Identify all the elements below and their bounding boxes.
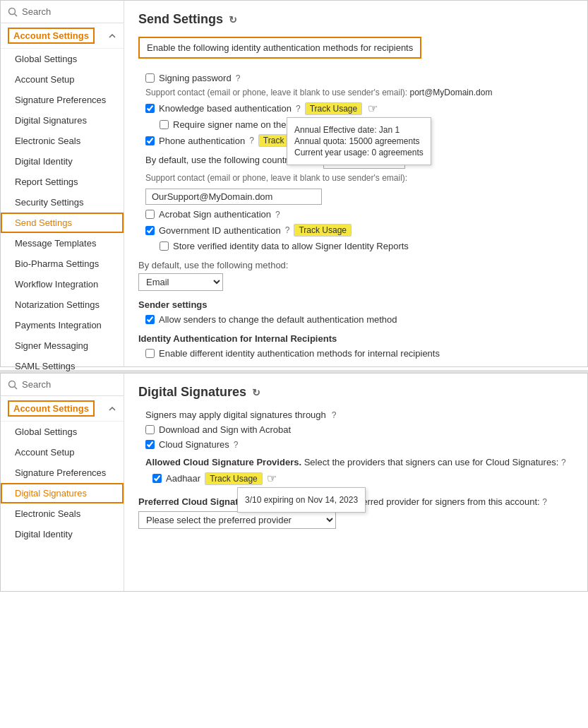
allow-senders-row: Allow senders to change the default auth…	[145, 314, 573, 325]
cloud-signatures-row: Cloud Signatures ?	[145, 439, 573, 450]
enable-diff-checkbox[interactable]	[145, 349, 155, 358]
gov-id-checkbox[interactable]	[145, 226, 155, 235]
sender-settings-label: Sender settings	[138, 299, 573, 310]
account-settings-label-2: Account Settings	[8, 400, 95, 417]
cloud-signatures-label: Cloud Signatures	[159, 439, 229, 450]
svg-point-2	[9, 381, 16, 387]
store-verified-row: Store verified identity data to allow Si…	[160, 241, 573, 251]
send-settings-main: Send Settings ↻ Enable the following ide…	[124, 1, 587, 366]
aadhaar-row: Aadhaar Track Usage ☞ 3/10 expiring on N…	[152, 472, 573, 485]
sidebar-item-signer-messaging[interactable]: Signer Messaging	[1, 335, 124, 356]
signing-password-help-icon[interactable]: ?	[236, 73, 241, 83]
sidebar-item-digital-signatures[interactable]: Digital Signatures	[1, 110, 124, 131]
aadhaar-track-usage-button[interactable]: Track Usage	[205, 472, 263, 485]
support-contact-label: Support contact (email or phone, leave i…	[145, 173, 407, 183]
support-text-1: Support contact (email or phone, leave i…	[145, 88, 573, 97]
allow-senders-checkbox[interactable]	[145, 315, 155, 324]
sidebar-item-workflow-integration[interactable]: Workflow Integration	[1, 274, 124, 294]
sidebar-item-account-setup[interactable]: Account Setup	[1, 69, 124, 90]
cursor-hand-icon: ☞	[368, 102, 378, 115]
signers-help-icon[interactable]: ?	[332, 410, 337, 420]
signing-password-label: Signing password	[159, 73, 232, 83]
digital-signatures-sidebar: Search Account Settings Global Settings …	[1, 374, 124, 591]
kba-tooltip: Annual Effective date: Jan 1 Annual quot…	[287, 117, 431, 165]
search-bar-top[interactable]: Search	[1, 1, 124, 23]
gov-id-track-usage-button[interactable]: Track Usage	[294, 224, 352, 237]
sidebar-item-notarization-settings[interactable]: Notarization Settings	[1, 294, 124, 315]
preferred-provider-select[interactable]: Please select the preferred provider	[138, 511, 336, 529]
sidebar-item-global-settings[interactable]: Global Settings	[1, 49, 124, 69]
phone-auth-checkbox[interactable]	[145, 136, 155, 145]
allow-senders-label: Allow senders to change the default auth…	[159, 314, 397, 325]
preferred-cloud-help-icon[interactable]: ?	[542, 497, 547, 507]
aadhaar-tooltip: 3/10 expiring on Nov 14, 2023	[237, 487, 366, 513]
allowed-cloud-help-icon[interactable]: ?	[561, 458, 566, 467]
account-settings-section-2: Account Settings	[1, 396, 124, 422]
kba-help-icon[interactable]: ?	[296, 104, 301, 114]
sidebar-item-signature-preferences-2[interactable]: Signature Preferences	[1, 463, 124, 483]
support-email-input[interactable]	[145, 189, 322, 205]
refresh-icon[interactable]: ↻	[229, 14, 237, 25]
sidebar-item-digital-identity[interactable]: Digital Identity	[1, 151, 124, 172]
aadhaar-badge-text: 3/10 expiring on Nov 14, 2023	[245, 495, 358, 505]
account-settings-label: Account Settings	[8, 28, 95, 44]
sidebar-item-global-settings-2[interactable]: Global Settings	[1, 422, 124, 442]
account-settings-section: Account Settings	[1, 23, 124, 49]
gov-id-help-icon[interactable]: ?	[285, 225, 290, 235]
search-label-2: Search	[22, 379, 51, 390]
search-icon-2	[8, 380, 18, 390]
sidebar-item-electronic-seals[interactable]: Electronic Seals	[1, 131, 124, 151]
default-method-select[interactable]: Email	[138, 273, 223, 291]
download-sign-checkbox[interactable]	[145, 425, 155, 434]
signers-apply-row: Signers may apply digital signatures thr…	[145, 410, 573, 420]
search-icon	[8, 7, 18, 17]
tooltip-current-year: Current year usage: 0 agreements	[294, 148, 424, 157]
allowed-cloud-sub: Select the providers that signers can us…	[304, 457, 559, 467]
search-label: Search	[22, 6, 51, 17]
identity-internal-label: Identity Authentication for Internal Rec…	[138, 333, 573, 344]
store-verified-checkbox[interactable]	[160, 241, 169, 251]
digital-signatures-main: Digital Signatures ↻ Signers may apply d…	[124, 374, 587, 591]
section1-header: Enable the following identity authentica…	[138, 37, 421, 59]
sidebar-item-report-settings[interactable]: Report Settings	[1, 172, 124, 192]
download-sign-label: Download and Sign with Acrobat	[159, 424, 291, 435]
allowed-cloud-header: Allowed Cloud Signature Providers. Selec…	[145, 457, 573, 467]
sidebar-item-security-settings[interactable]: Security Settings	[1, 192, 124, 213]
require-signer-checkbox[interactable]	[160, 120, 169, 129]
default-method-section: By default, use the following method: Em…	[138, 260, 573, 291]
page-title-send-settings: Send Settings ↻	[138, 12, 573, 27]
signing-password-checkbox[interactable]	[145, 73, 155, 83]
kba-label: Knowledge based authentication	[159, 103, 292, 114]
sidebar-item-message-templates[interactable]: Message Templates	[1, 233, 124, 253]
aadhaar-checkbox[interactable]	[152, 474, 162, 483]
default-method-label: By default, use the following method:	[138, 260, 573, 270]
sidebar-item-account-setup-2[interactable]: Account Setup	[1, 442, 124, 463]
sidebar-item-digital-signatures-2[interactable]: Digital Signatures	[1, 483, 124, 503]
sidebar-item-digital-identity-2[interactable]: Digital Identity	[1, 524, 124, 544]
phone-auth-help-icon[interactable]: ?	[249, 136, 254, 145]
sidebar-item-send-settings[interactable]: Send Settings	[1, 213, 124, 233]
acrobat-sign-help-icon[interactable]: ?	[275, 210, 280, 220]
tooltip-annual-effective: Annual Effective date: Jan 1	[294, 125, 424, 135]
signers-apply-label: Signers may apply digital signatures thr…	[145, 410, 326, 420]
kba-checkbox[interactable]	[145, 104, 155, 113]
sidebar-item-bio-pharma[interactable]: Bio-Pharma Settings	[1, 253, 124, 274]
sidebar-item-signature-preferences[interactable]: Signature Preferences	[1, 90, 124, 110]
acrobat-sign-label: Acrobat Sign authentication	[159, 209, 271, 220]
sidebar-item-payments-integration[interactable]: Payments Integration	[1, 315, 124, 335]
svg-point-0	[9, 8, 16, 14]
gov-id-label: Government ID authentication	[159, 225, 281, 236]
kba-row: Knowledge based authentication ? Track U…	[145, 102, 573, 115]
kba-track-usage-button[interactable]: Track Usage	[305, 102, 363, 115]
search-bar-bottom[interactable]: Search	[1, 374, 124, 396]
send-settings-panel: Search Account Settings Global Settings …	[0, 0, 588, 367]
acrobat-sign-checkbox[interactable]	[145, 210, 155, 219]
cloud-sig-help-icon[interactable]: ?	[234, 440, 239, 450]
signing-password-row: Signing password ?	[145, 73, 573, 83]
cloud-signatures-checkbox[interactable]	[145, 440, 155, 449]
gov-id-row: Government ID authentication ? Track Usa…	[145, 224, 573, 237]
sidebar-item-electronic-seals-2[interactable]: Electronic Seals	[1, 503, 124, 524]
refresh-icon-2[interactable]: ↻	[252, 387, 260, 398]
chevron-up-icon-2	[108, 405, 116, 413]
download-sign-row: Download and Sign with Acrobat	[145, 424, 573, 435]
